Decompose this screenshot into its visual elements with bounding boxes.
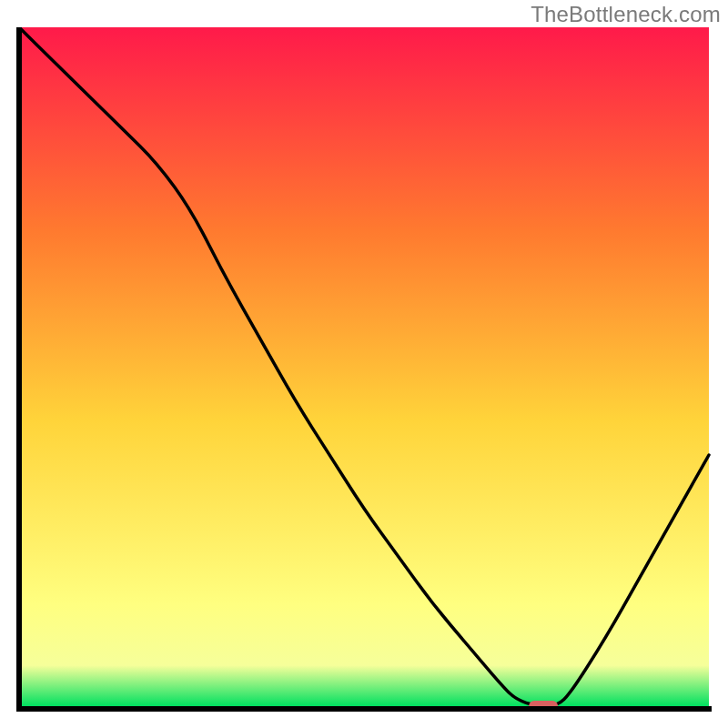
chart-container: TheBottleneck.com	[0, 0, 728, 728]
watermark-text: TheBottleneck.com	[531, 2, 721, 27]
bottleneck-plot	[16, 27, 712, 712]
plot-wrapper	[16, 27, 712, 712]
